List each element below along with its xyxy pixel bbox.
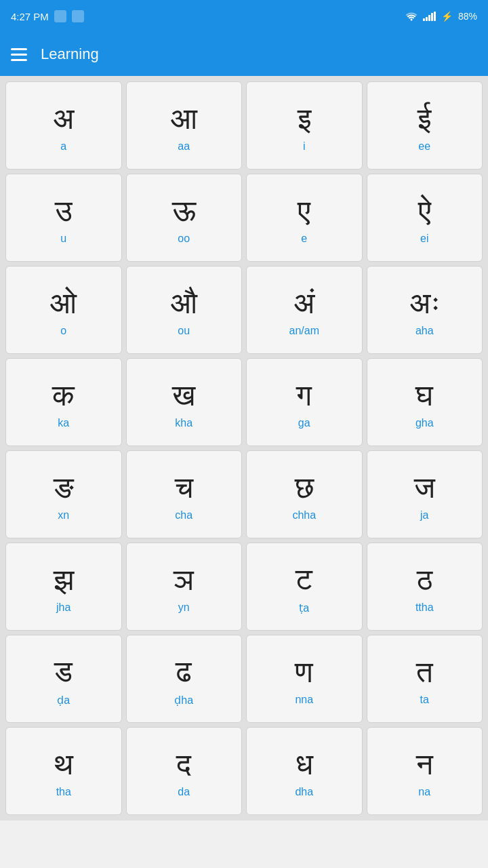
character-cell[interactable]: थtha [5, 727, 122, 815]
devanagari-character: च [175, 470, 193, 506]
menu-button[interactable] [11, 48, 27, 61]
roman-transliteration: o [60, 325, 66, 337]
character-cell[interactable]: ङxn [5, 450, 122, 538]
roman-transliteration: chha [292, 509, 316, 521]
roman-transliteration: ee [418, 140, 430, 153]
character-cell[interactable]: दda [126, 727, 243, 815]
character-cell[interactable]: धdha [246, 727, 363, 815]
character-cell[interactable]: घgha [367, 358, 483, 446]
character-cell[interactable]: जja [367, 450, 483, 538]
devanagari-character: आ [171, 101, 197, 137]
devanagari-character: ड [54, 654, 73, 690]
roman-transliteration: gha [415, 417, 434, 429]
character-cell[interactable]: औou [126, 266, 243, 354]
character-cell[interactable]: डḍa [5, 635, 122, 723]
devanagari-character: इ [298, 101, 311, 137]
roman-transliteration: kha [175, 417, 192, 429]
roman-transliteration: ga [298, 417, 310, 429]
roman-transliteration: ta [420, 694, 429, 706]
roman-transliteration: u [60, 233, 66, 245]
roman-transliteration: e [301, 233, 307, 245]
character-cell[interactable]: इi [246, 81, 363, 170]
character-cell[interactable]: चcha [126, 450, 243, 538]
character-cell[interactable]: णnna [246, 635, 363, 723]
character-cell[interactable]: ईee [367, 81, 483, 170]
character-cell[interactable]: टṭa [246, 542, 363, 631]
devanagari-character: अः [409, 285, 440, 321]
status-left: 4:27 PM [11, 10, 84, 22]
app-icon-1 [54, 10, 66, 22]
devanagari-character: द [176, 747, 191, 783]
character-cell[interactable]: ऊoo [126, 174, 243, 262]
devanagari-character: औ [171, 285, 197, 321]
character-cell[interactable]: तta [367, 635, 483, 723]
character-cell[interactable]: गga [246, 358, 363, 446]
signal-icon [423, 12, 436, 21]
roman-transliteration: an/am [289, 325, 319, 337]
roman-transliteration: ei [420, 233, 428, 245]
roman-transliteration: ka [58, 417, 69, 429]
status-right: ⚡ 88% [405, 11, 477, 22]
character-cell[interactable]: ऐei [367, 174, 483, 262]
roman-transliteration: jha [56, 601, 70, 614]
character-cell[interactable]: अंan/am [246, 266, 363, 354]
character-cell[interactable]: छchha [246, 450, 363, 538]
roman-transliteration: na [418, 786, 430, 798]
charging-icon: ⚡ [441, 11, 453, 22]
devanagari-character: ढ [176, 654, 192, 690]
roman-transliteration: xn [58, 509, 69, 521]
roman-transliteration: tha [56, 786, 71, 798]
character-cell[interactable]: ओo [5, 266, 122, 354]
hamburger-line-2 [11, 54, 27, 56]
devanagari-character: न [416, 747, 433, 783]
devanagari-character: अं [293, 285, 315, 321]
roman-transliteration: oo [178, 233, 190, 245]
roman-transliteration: aha [415, 325, 434, 337]
roman-transliteration: aa [178, 140, 190, 153]
character-cell[interactable]: उu [5, 174, 122, 262]
app-title: Learning [41, 45, 99, 63]
roman-transliteration: ou [178, 325, 190, 337]
roman-transliteration: ḍa [57, 694, 70, 707]
character-cell[interactable]: नna [367, 727, 483, 815]
devanagari-character: अ [53, 101, 75, 137]
character-cell[interactable]: अःaha [367, 266, 483, 354]
devanagari-character: घ [415, 378, 433, 414]
character-cell[interactable]: ठttha [367, 542, 483, 631]
character-cell[interactable]: ञyn [126, 542, 243, 631]
roman-transliteration: dha [295, 786, 313, 798]
character-cell[interactable]: झjha [5, 542, 122, 631]
character-cell[interactable]: खkha [126, 358, 243, 446]
character-grid: अaआaaइiईeeउuऊooएeऐeiओoऔouअंan/amअःahaकka… [0, 76, 488, 821]
app-icon-2 [72, 10, 84, 22]
devanagari-character: छ [295, 470, 314, 506]
character-cell[interactable]: ढḍha [126, 635, 243, 723]
character-cell[interactable]: अa [5, 81, 122, 170]
devanagari-character: ग [296, 378, 312, 414]
devanagari-character: ङ [54, 470, 74, 506]
character-cell[interactable]: कka [5, 358, 122, 446]
roman-transliteration: ja [420, 509, 428, 521]
devanagari-character: ठ [417, 562, 432, 598]
wifi-icon [405, 12, 418, 21]
roman-transliteration: cha [175, 509, 192, 521]
roman-transliteration: i [303, 140, 306, 153]
roman-transliteration: ttha [415, 601, 434, 614]
devanagari-character: त [416, 654, 433, 690]
devanagari-character: क [52, 378, 75, 414]
devanagari-character: ण [295, 654, 313, 690]
battery-level: 88% [458, 11, 477, 22]
devanagari-character: थ [54, 747, 73, 783]
devanagari-character: ऐ [418, 193, 431, 229]
status-bar: 4:27 PM ⚡ 88% [0, 0, 488, 33]
character-cell[interactable]: आaa [126, 81, 243, 170]
devanagari-character: उ [55, 193, 73, 229]
roman-transliteration: da [178, 786, 190, 798]
devanagari-character: ज [414, 470, 435, 506]
app-bar: Learning [0, 33, 488, 76]
devanagari-character: ओ [50, 285, 77, 321]
devanagari-character: ञ [174, 562, 194, 598]
devanagari-character: ए [298, 193, 310, 229]
devanagari-character: ट [296, 561, 312, 597]
character-cell[interactable]: एe [246, 174, 363, 262]
